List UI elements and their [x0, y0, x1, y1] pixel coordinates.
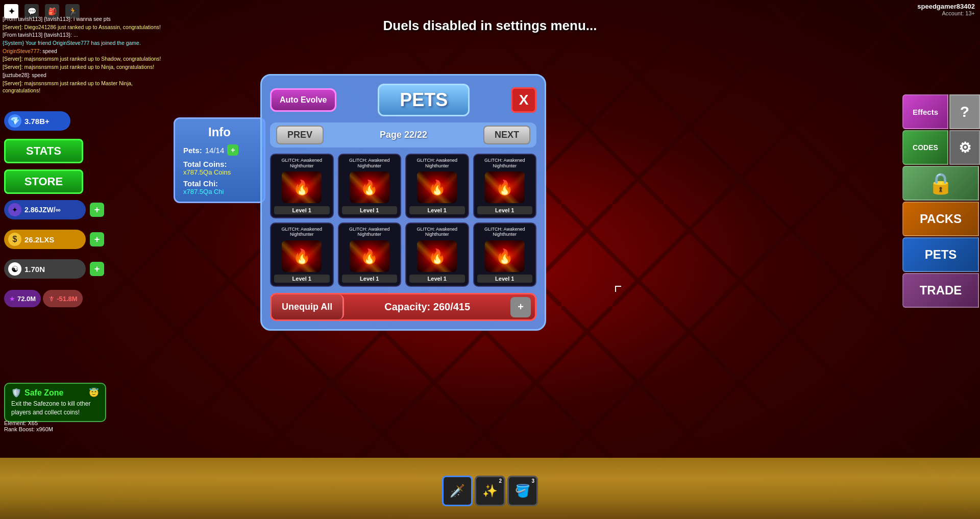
right-panel: Effects ? CODES ⚙ 🔒 PACKS PETS TRADE — [902, 94, 980, 308]
pet-card-3[interactable]: GLITCH: Awakened Nighthunter Level 1 — [405, 154, 469, 218]
lock-button[interactable]: 🔒 — [902, 166, 979, 201]
auto-evolve-button[interactable]: Auto Evolve — [270, 88, 336, 112]
total-chi-label: Total Chi: — [183, 179, 256, 188]
chat-message: [From tavish113] {tavish113}: ... — [3, 31, 171, 39]
hotbar-slot-3[interactable]: 🪣 3 — [507, 476, 538, 506]
pet-name-2: GLITCH: Awakened Nighthunter — [342, 158, 398, 169]
pet-card-6[interactable]: GLITCH: Awakened Nighthunter Level 1 — [338, 223, 402, 287]
hotbar-icon-2: ✨ — [482, 484, 498, 498]
pet-name-1: GLITCH: Awakened Nighthunter — [274, 158, 330, 169]
total-coins-section: Total Coins: x787.5Qa Coins — [183, 160, 256, 176]
pet-card-7[interactable]: GLITCH: Awakened Nighthunter Level 1 — [405, 223, 469, 287]
pets-nav-button[interactable]: PETS — [902, 237, 979, 272]
chat-message: [Server]: majsnsnsmsm just ranked up to … — [3, 63, 171, 71]
pet-image-8 — [484, 239, 525, 273]
coin-icon: $ — [8, 233, 21, 246]
chat-message: OriginSteve777: speed — [3, 47, 171, 55]
codes-button[interactable]: CODES — [902, 130, 948, 165]
pet-image-5 — [281, 239, 322, 273]
pets-info-row: Pets: 14/14 + — [183, 144, 256, 156]
gems-value: 3.78B+ — [24, 117, 50, 126]
pet-image-4 — [484, 171, 525, 204]
hotbar-num-3: 3 — [531, 478, 534, 484]
coins-row: $ 26.2LXS + — [4, 230, 104, 249]
total-chi-value: x787.5Qa Chi — [183, 188, 256, 195]
hotbar-icon-3: 🪣 — [515, 484, 530, 498]
packs-button[interactable]: PACKS — [902, 202, 979, 236]
chat-panel: [From tavish113] {tavish113}: i wanna se… — [3, 15, 171, 95]
pet-level-4: Level 1 — [477, 206, 533, 214]
help-button[interactable]: ? — [949, 94, 980, 129]
pet-card-2[interactable]: GLITCH: Awakened Nighthunter Level 1 — [338, 154, 402, 218]
gems-display: 💎 3.78B+ — [4, 111, 70, 131]
pet-glitch-icon-6 — [350, 240, 389, 272]
chi-plus-button[interactable]: + — [90, 262, 104, 276]
pet-image-6 — [349, 239, 390, 273]
pet-name-8: GLITCH: Awakened Nighthunter — [477, 227, 533, 238]
total-chi-section: Total Chi: x787.5Qa Chi — [183, 179, 256, 195]
coins-plus-button[interactable]: + — [90, 232, 104, 246]
coins-value: 26.2LXS — [24, 235, 54, 244]
pet-level-3: Level 1 — [409, 206, 465, 214]
pets-plus-button[interactable]: + — [227, 144, 238, 156]
pets-header: Auto Evolve PETS X — [270, 84, 536, 116]
effects-button[interactable]: Effects — [902, 94, 948, 129]
element-stat: Element: X65 — [4, 420, 53, 426]
pet-image-3 — [416, 171, 457, 204]
power-row: ✦ 2.86JZW/∞ + — [4, 200, 104, 219]
pet-card-5[interactable]: GLITCH: Awakened Nighthunter Level 1 — [270, 223, 334, 287]
shield-icon: 🛡️ — [11, 388, 21, 398]
pets-count: 14/14 — [205, 146, 225, 155]
close-button[interactable]: X — [511, 87, 536, 113]
pets-label: Pets: — [183, 146, 202, 155]
pet-name-3: GLITCH: Awakened Nighthunter — [409, 158, 465, 169]
codes-row: CODES ⚙ — [902, 130, 980, 165]
power-icon: ✦ — [8, 203, 21, 216]
chat-message: [From tavish113] {tavish113}: i wanna se… — [3, 15, 171, 23]
page-info: Page 22/22 — [380, 130, 427, 140]
settings-button[interactable]: ⚙ — [949, 130, 980, 165]
red-value: -51.8M — [57, 295, 77, 303]
unequip-all-button[interactable]: Unequip All — [272, 294, 344, 319]
hotbar-icon-1: 🗡️ — [450, 484, 465, 498]
pet-image-1 — [281, 171, 322, 204]
pet-glitch-icon-3 — [417, 171, 457, 203]
power-value: 2.86JZW/∞ — [24, 206, 61, 214]
rank-boost: Rank Boost: x960M — [4, 426, 53, 432]
info-title: Info — [183, 125, 256, 139]
extra-currency-row: ★ 72.0M 🗡 -51.8M — [4, 290, 83, 307]
chi-icon: ☯ — [8, 262, 21, 276]
chat-message: [Server]: majsnsnsmsm just ranked up to … — [3, 55, 171, 63]
pet-level-2: Level 1 — [342, 206, 398, 214]
power-plus-button[interactable]: + — [90, 203, 104, 217]
pet-image-7 — [416, 239, 457, 273]
hotbar-slot-1[interactable]: 🗡️ — [442, 476, 473, 506]
safezone-title: 🛡️ Safe Zone 😇 — [11, 388, 99, 398]
account-type: Account: 13+ — [942, 10, 975, 16]
pet-glitch-icon-1 — [282, 171, 322, 203]
pet-glitch-icon-5 — [282, 240, 322, 272]
purple-display: ★ 72.0M — [4, 290, 41, 307]
bottom-stats: Element: X65 Rank Boost: x960M — [4, 420, 53, 432]
pet-image-2 — [349, 171, 390, 204]
chi-row: ☯ 1.70N + — [4, 259, 104, 279]
pet-grid: GLITCH: Awakened Nighthunter Level 1 GLI… — [270, 154, 536, 287]
star-icon: ★ — [9, 295, 15, 303]
pet-card-8[interactable]: GLITCH: Awakened Nighthunter Level 1 — [473, 223, 537, 287]
capacity-plus-button[interactable]: + — [510, 297, 531, 317]
capacity-text: Capacity: 260/415 — [344, 301, 510, 313]
hotbar-slot-2[interactable]: ✨ 2 — [475, 476, 505, 506]
hotbar-num-2: 2 — [499, 478, 502, 484]
next-button[interactable]: NEXT — [483, 126, 530, 144]
pet-card-4[interactable]: GLITCH: Awakened Nighthunter Level 1 — [473, 154, 537, 218]
stats-button[interactable]: STATS — [4, 139, 83, 163]
trade-button[interactable]: TRADE — [902, 273, 979, 308]
prev-button[interactable]: PREV — [276, 126, 324, 144]
coins-display: $ 26.2LXS — [4, 230, 86, 249]
store-button[interactable]: STORE — [4, 169, 83, 194]
pet-glitch-icon-4 — [485, 171, 525, 203]
pet-level-6: Level 1 — [342, 275, 398, 283]
pet-card-1[interactable]: GLITCH: Awakened Nighthunter Level 1 — [270, 154, 334, 218]
chat-message: [juztube28]: speed — [3, 71, 171, 79]
chi-display: ☯ 1.70N — [4, 259, 86, 279]
